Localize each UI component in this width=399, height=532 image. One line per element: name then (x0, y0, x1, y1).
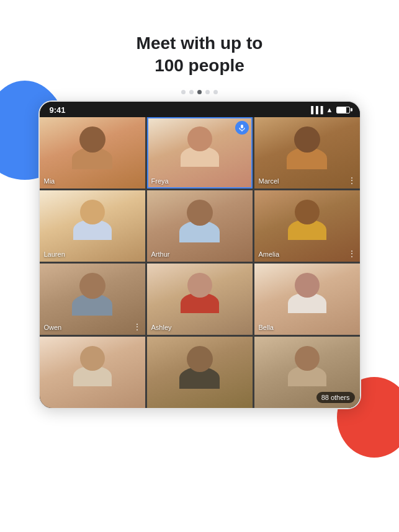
video-cell-extra1[interactable] (40, 337, 145, 408)
others-badge: 88 others (316, 392, 355, 403)
video-grid: Mia Freya Marcel ⋮ (40, 117, 360, 408)
audio-speaking-icon (235, 121, 249, 135)
wifi-icon: ▲ (326, 106, 333, 113)
person-mia (40, 117, 145, 188)
participant-name-amelia: Amelia (259, 250, 280, 258)
participant-name-freya: Freya (151, 177, 169, 185)
page-indicator (0, 90, 399, 94)
page-dot-2[interactable] (189, 90, 194, 94)
video-cell-lauren[interactable]: Lauren (40, 190, 145, 262)
video-cell-mia[interactable]: Mia (40, 117, 145, 188)
page-title: Meet with up to 100 people (0, 32, 399, 78)
more-options-owen[interactable]: ⋮ (133, 322, 141, 331)
page-dot-3[interactable] (197, 90, 202, 94)
status-bar: 9:41 ▐▐▐ ▲ (40, 102, 360, 117)
status-icons: ▐▐▐ ▲ (308, 106, 349, 113)
header: Meet with up to 100 people (0, 0, 399, 90)
video-cell-freya[interactable]: Freya (147, 117, 253, 188)
more-options-amelia[interactable]: ⋮ (347, 249, 356, 258)
svg-rect-0 (241, 125, 243, 128)
video-cell-owen[interactable]: Owen ⋮ (40, 264, 145, 335)
participant-name-mia: Mia (44, 177, 55, 185)
participant-name-lauren: Lauren (44, 250, 65, 258)
video-cell-arthur[interactable]: Arthur (147, 190, 253, 262)
participant-name-ashley: Ashley (151, 324, 172, 331)
participant-name-owen: Owen (44, 324, 62, 331)
video-cell-bella[interactable]: Bella (254, 264, 360, 335)
signal-icon: ▐▐▐ (308, 106, 323, 113)
battery-icon (336, 107, 350, 113)
page-dot-4[interactable] (205, 90, 210, 94)
participant-name-marcel: Marcel (259, 177, 279, 185)
person-extra1 (40, 337, 145, 408)
video-cell-ashley[interactable]: Ashley (147, 264, 253, 335)
page-dot-5[interactable] (213, 90, 218, 94)
more-options-marcel[interactable]: ⋮ (347, 176, 356, 185)
participant-name-bella: Bella (259, 324, 274, 331)
status-time: 9:41 (50, 105, 66, 115)
video-cell-marcel[interactable]: Marcel ⋮ (254, 117, 360, 188)
device-frame: 9:41 ▐▐▐ ▲ Mia (38, 100, 361, 409)
page-dot-1[interactable] (181, 90, 186, 94)
person-extra2 (147, 337, 253, 408)
video-cell-extra3[interactable]: 88 others (254, 337, 360, 408)
participant-name-arthur: Arthur (151, 250, 170, 258)
video-cell-amelia[interactable]: Amelia ⋮ (254, 190, 360, 262)
video-cell-extra2[interactable] (147, 337, 253, 408)
